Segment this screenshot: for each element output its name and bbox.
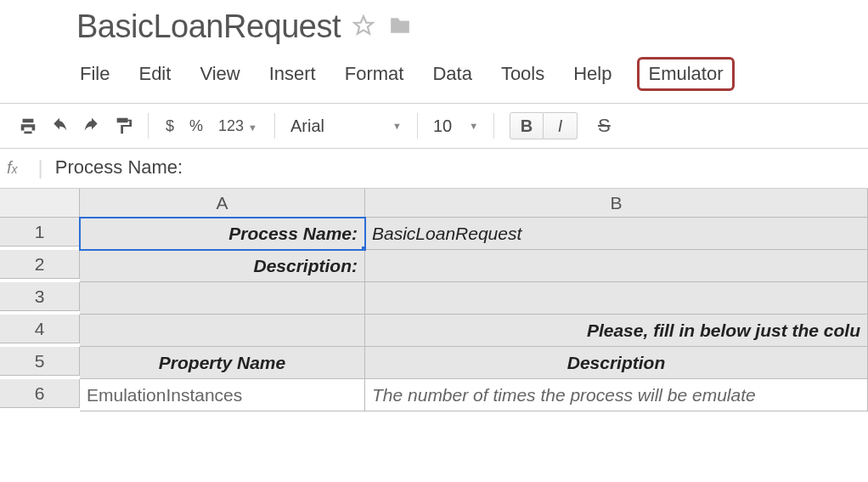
document-title[interactable]: BasicLoanRequest	[76, 9, 341, 45]
svg-marker-0	[354, 16, 373, 34]
row-header-1[interactable]: 1	[0, 218, 80, 247]
menu-view[interactable]: View	[196, 61, 243, 87]
star-icon[interactable]	[352, 14, 375, 40]
row-header-3[interactable]: 3	[0, 282, 80, 311]
menu-format[interactable]: Format	[341, 61, 408, 87]
cell-A4[interactable]	[80, 315, 365, 347]
cell-A3[interactable]	[80, 282, 365, 315]
cell-A6[interactable]: EmulationInstances	[80, 379, 365, 411]
font-family-select[interactable]: Arial ▼	[290, 116, 402, 136]
chevron-down-icon: ▼	[248, 122, 257, 133]
menu-data[interactable]: Data	[429, 61, 475, 87]
redo-icon[interactable]	[82, 115, 102, 137]
cell-B3[interactable]	[365, 282, 868, 315]
formula-bar: fx | Process Name:	[0, 149, 868, 189]
row-header-6[interactable]: 6	[0, 379, 80, 408]
menu-file[interactable]: File	[76, 61, 113, 87]
toolbar-separator	[274, 113, 275, 139]
paint-format-icon[interactable]	[114, 115, 132, 137]
select-all-corner[interactable]	[0, 189, 80, 218]
toolbar-separator	[148, 113, 149, 139]
cell-A5[interactable]: Property Name	[80, 347, 365, 379]
toolbar-separator	[493, 113, 494, 139]
cell-B1[interactable]: BasicLoanRequest	[365, 218, 868, 250]
formula-bar-separator: |	[38, 156, 43, 179]
undo-icon[interactable]	[49, 115, 70, 137]
bold-button[interactable]: B	[510, 112, 544, 139]
row-header-4[interactable]: 4	[0, 315, 80, 343]
number-format-label: 123	[218, 117, 244, 134]
menu-tools[interactable]: Tools	[498, 61, 548, 87]
menu-help[interactable]: Help	[570, 61, 615, 87]
number-format-button[interactable]: 123 ▼	[217, 117, 259, 135]
toolbar: $ % 123 ▼ Arial ▼ 10 ▼ B I S	[0, 103, 868, 149]
print-icon[interactable]	[19, 115, 37, 137]
row-header-2[interactable]: 2	[0, 250, 80, 279]
strikethrough-button[interactable]: S	[593, 115, 616, 137]
font-size-label: 10	[433, 116, 452, 136]
font-family-label: Arial	[290, 116, 324, 136]
menu-edit[interactable]: Edit	[135, 61, 174, 87]
font-size-select[interactable]: 10 ▼	[433, 116, 478, 136]
menu-bar: File Edit View Insert Format Data Tools …	[76, 52, 868, 103]
spreadsheet-grid: A B 1 Process Name: BasicLoanRequest 2 D…	[0, 189, 868, 411]
italic-button[interactable]: I	[544, 112, 578, 139]
toolbar-separator	[417, 113, 418, 139]
column-header-B[interactable]: B	[365, 189, 868, 218]
cell-B4[interactable]: Please, fill in below just the colu	[365, 315, 868, 347]
chevron-down-icon: ▼	[392, 121, 402, 131]
cell-A1[interactable]: Process Name:	[80, 218, 365, 250]
cell-B6[interactable]: The number of times the process will be …	[365, 379, 868, 411]
formula-bar-input[interactable]: Process Name:	[55, 156, 183, 179]
cell-A2[interactable]: Description:	[80, 250, 365, 282]
menu-emulator[interactable]: Emulator	[637, 57, 734, 91]
percent-format-button[interactable]: %	[188, 117, 205, 135]
cell-B5[interactable]: Description	[365, 347, 868, 379]
chevron-down-icon: ▼	[469, 121, 478, 131]
column-header-A[interactable]: A	[80, 189, 365, 218]
menu-insert[interactable]: Insert	[266, 61, 319, 87]
folder-icon[interactable]	[386, 14, 414, 40]
fx-label: fx	[7, 158, 18, 178]
cell-B2[interactable]	[365, 250, 868, 282]
currency-format-button[interactable]: $	[164, 117, 176, 135]
row-header-5[interactable]: 5	[0, 347, 80, 376]
